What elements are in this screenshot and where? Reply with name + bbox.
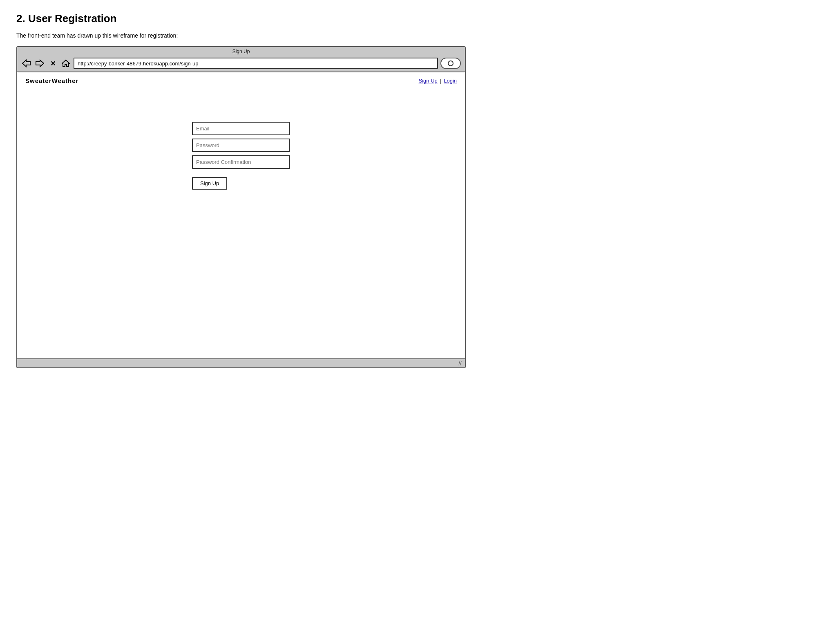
svg-marker-0 (22, 60, 30, 67)
search-button[interactable] (440, 58, 461, 69)
password-field-wrapper (192, 139, 290, 152)
app-logo: SweaterWeather (25, 77, 78, 84)
signup-submit-button[interactable]: Sign Up (192, 177, 227, 190)
password-confirm-field-wrapper (192, 155, 290, 169)
resize-handle-icon: // (458, 360, 462, 367)
close-button[interactable]: ✕ (47, 59, 58, 68)
registration-form-area: Sign Up (17, 89, 465, 190)
home-button[interactable] (60, 59, 71, 68)
browser-wireframe: Sign Up ✕ (16, 46, 466, 368)
app-nav: SweaterWeather Sign Up | Login (17, 72, 465, 89)
browser-chrome: Sign Up ✕ (17, 47, 465, 72)
email-input[interactable] (192, 122, 290, 135)
page-subtitle: The front-end team has drawn up this wir… (16, 32, 824, 39)
login-nav-link[interactable]: Login (444, 78, 457, 84)
url-bar[interactable] (74, 58, 438, 69)
search-icon (448, 60, 454, 66)
page-title: 2. User Registration (16, 12, 824, 25)
app-nav-links: Sign Up | Login (419, 78, 457, 84)
home-icon (62, 59, 70, 67)
browser-title-bar: Sign Up (17, 47, 465, 55)
back-arrow-icon (22, 59, 31, 67)
svg-marker-2 (62, 60, 69, 67)
browser-tab-title: Sign Up (232, 49, 250, 54)
signup-nav-link[interactable]: Sign Up (419, 78, 438, 84)
browser-content: SweaterWeather Sign Up | Login Sig (17, 72, 465, 358)
password-input[interactable] (192, 139, 290, 152)
email-field-wrapper (192, 122, 290, 135)
browser-nav-bar: ✕ (17, 55, 465, 72)
forward-button[interactable] (34, 59, 45, 68)
nav-divider: | (440, 78, 441, 84)
forward-arrow-icon (35, 59, 44, 67)
close-icon: ✕ (50, 60, 56, 67)
browser-footer: // (17, 358, 465, 367)
form-submit-area: Sign Up (192, 177, 290, 190)
back-button[interactable] (21, 59, 32, 68)
password-confirmation-input[interactable] (192, 155, 290, 169)
svg-marker-1 (36, 60, 44, 67)
